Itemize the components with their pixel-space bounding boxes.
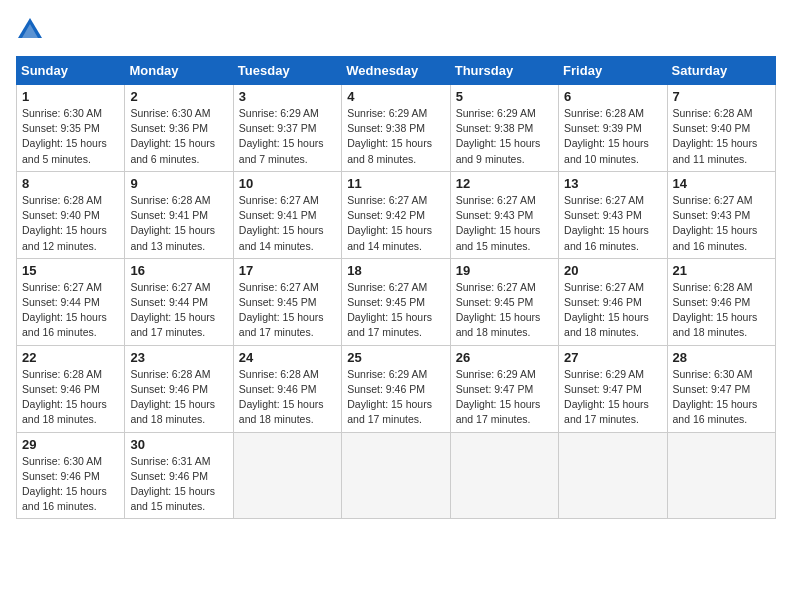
day-number: 24	[239, 350, 336, 365]
day-info: Sunrise: 6:29 AM Sunset: 9:47 PM Dayligh…	[564, 367, 661, 428]
day-number: 3	[239, 89, 336, 104]
col-header-wednesday: Wednesday	[342, 57, 450, 85]
day-number: 4	[347, 89, 444, 104]
calendar-cell: 10Sunrise: 6:27 AM Sunset: 9:41 PM Dayli…	[233, 171, 341, 258]
day-info: Sunrise: 6:28 AM Sunset: 9:46 PM Dayligh…	[239, 367, 336, 428]
day-number: 16	[130, 263, 227, 278]
calendar-header-row: SundayMondayTuesdayWednesdayThursdayFrid…	[17, 57, 776, 85]
day-info: Sunrise: 6:28 AM Sunset: 9:46 PM Dayligh…	[22, 367, 119, 428]
calendar-cell: 17Sunrise: 6:27 AM Sunset: 9:45 PM Dayli…	[233, 258, 341, 345]
day-number: 29	[22, 437, 119, 452]
calendar-cell: 11Sunrise: 6:27 AM Sunset: 9:42 PM Dayli…	[342, 171, 450, 258]
calendar-week-row: 15Sunrise: 6:27 AM Sunset: 9:44 PM Dayli…	[17, 258, 776, 345]
calendar-cell: 13Sunrise: 6:27 AM Sunset: 9:43 PM Dayli…	[559, 171, 667, 258]
day-info: Sunrise: 6:27 AM Sunset: 9:45 PM Dayligh…	[347, 280, 444, 341]
day-number: 12	[456, 176, 553, 191]
calendar-cell: 21Sunrise: 6:28 AM Sunset: 9:46 PM Dayli…	[667, 258, 775, 345]
col-header-saturday: Saturday	[667, 57, 775, 85]
day-number: 20	[564, 263, 661, 278]
day-info: Sunrise: 6:27 AM Sunset: 9:43 PM Dayligh…	[564, 193, 661, 254]
day-number: 5	[456, 89, 553, 104]
day-info: Sunrise: 6:28 AM Sunset: 9:40 PM Dayligh…	[673, 106, 770, 167]
day-number: 13	[564, 176, 661, 191]
calendar-cell: 8Sunrise: 6:28 AM Sunset: 9:40 PM Daylig…	[17, 171, 125, 258]
day-number: 23	[130, 350, 227, 365]
calendar-cell	[450, 432, 558, 519]
day-info: Sunrise: 6:30 AM Sunset: 9:36 PM Dayligh…	[130, 106, 227, 167]
day-number: 30	[130, 437, 227, 452]
day-number: 8	[22, 176, 119, 191]
col-header-sunday: Sunday	[17, 57, 125, 85]
calendar-cell: 1Sunrise: 6:30 AM Sunset: 9:35 PM Daylig…	[17, 85, 125, 172]
day-number: 1	[22, 89, 119, 104]
day-info: Sunrise: 6:28 AM Sunset: 9:39 PM Dayligh…	[564, 106, 661, 167]
calendar-cell: 14Sunrise: 6:27 AM Sunset: 9:43 PM Dayli…	[667, 171, 775, 258]
page-header	[16, 16, 776, 44]
day-info: Sunrise: 6:29 AM Sunset: 9:37 PM Dayligh…	[239, 106, 336, 167]
calendar-cell: 16Sunrise: 6:27 AM Sunset: 9:44 PM Dayli…	[125, 258, 233, 345]
day-info: Sunrise: 6:28 AM Sunset: 9:46 PM Dayligh…	[673, 280, 770, 341]
day-number: 28	[673, 350, 770, 365]
calendar-cell: 7Sunrise: 6:28 AM Sunset: 9:40 PM Daylig…	[667, 85, 775, 172]
day-info: Sunrise: 6:30 AM Sunset: 9:47 PM Dayligh…	[673, 367, 770, 428]
calendar-cell: 28Sunrise: 6:30 AM Sunset: 9:47 PM Dayli…	[667, 345, 775, 432]
day-info: Sunrise: 6:28 AM Sunset: 9:41 PM Dayligh…	[130, 193, 227, 254]
day-info: Sunrise: 6:30 AM Sunset: 9:46 PM Dayligh…	[22, 454, 119, 515]
calendar-cell: 20Sunrise: 6:27 AM Sunset: 9:46 PM Dayli…	[559, 258, 667, 345]
day-info: Sunrise: 6:27 AM Sunset: 9:44 PM Dayligh…	[22, 280, 119, 341]
calendar-week-row: 8Sunrise: 6:28 AM Sunset: 9:40 PM Daylig…	[17, 171, 776, 258]
calendar-cell: 3Sunrise: 6:29 AM Sunset: 9:37 PM Daylig…	[233, 85, 341, 172]
calendar-cell: 18Sunrise: 6:27 AM Sunset: 9:45 PM Dayli…	[342, 258, 450, 345]
col-header-thursday: Thursday	[450, 57, 558, 85]
calendar-cell	[233, 432, 341, 519]
calendar-week-row: 29Sunrise: 6:30 AM Sunset: 9:46 PM Dayli…	[17, 432, 776, 519]
day-number: 15	[22, 263, 119, 278]
calendar-cell: 26Sunrise: 6:29 AM Sunset: 9:47 PM Dayli…	[450, 345, 558, 432]
col-header-friday: Friday	[559, 57, 667, 85]
day-info: Sunrise: 6:27 AM Sunset: 9:46 PM Dayligh…	[564, 280, 661, 341]
day-number: 10	[239, 176, 336, 191]
calendar-cell: 5Sunrise: 6:29 AM Sunset: 9:38 PM Daylig…	[450, 85, 558, 172]
col-header-monday: Monday	[125, 57, 233, 85]
day-info: Sunrise: 6:29 AM Sunset: 9:47 PM Dayligh…	[456, 367, 553, 428]
calendar-cell: 23Sunrise: 6:28 AM Sunset: 9:46 PM Dayli…	[125, 345, 233, 432]
day-number: 18	[347, 263, 444, 278]
day-number: 6	[564, 89, 661, 104]
day-number: 21	[673, 263, 770, 278]
calendar-table: SundayMondayTuesdayWednesdayThursdayFrid…	[16, 56, 776, 519]
calendar-cell: 9Sunrise: 6:28 AM Sunset: 9:41 PM Daylig…	[125, 171, 233, 258]
day-info: Sunrise: 6:27 AM Sunset: 9:45 PM Dayligh…	[239, 280, 336, 341]
col-header-tuesday: Tuesday	[233, 57, 341, 85]
calendar-cell	[667, 432, 775, 519]
calendar-cell	[559, 432, 667, 519]
calendar-cell: 29Sunrise: 6:30 AM Sunset: 9:46 PM Dayli…	[17, 432, 125, 519]
logo	[16, 16, 46, 44]
calendar-cell: 4Sunrise: 6:29 AM Sunset: 9:38 PM Daylig…	[342, 85, 450, 172]
day-info: Sunrise: 6:29 AM Sunset: 9:38 PM Dayligh…	[347, 106, 444, 167]
day-number: 11	[347, 176, 444, 191]
day-info: Sunrise: 6:29 AM Sunset: 9:38 PM Dayligh…	[456, 106, 553, 167]
day-number: 27	[564, 350, 661, 365]
day-number: 22	[22, 350, 119, 365]
day-info: Sunrise: 6:31 AM Sunset: 9:46 PM Dayligh…	[130, 454, 227, 515]
calendar-cell: 27Sunrise: 6:29 AM Sunset: 9:47 PM Dayli…	[559, 345, 667, 432]
day-info: Sunrise: 6:28 AM Sunset: 9:46 PM Dayligh…	[130, 367, 227, 428]
day-info: Sunrise: 6:27 AM Sunset: 9:45 PM Dayligh…	[456, 280, 553, 341]
day-info: Sunrise: 6:27 AM Sunset: 9:44 PM Dayligh…	[130, 280, 227, 341]
calendar-week-row: 1Sunrise: 6:30 AM Sunset: 9:35 PM Daylig…	[17, 85, 776, 172]
logo-icon	[16, 16, 44, 44]
day-info: Sunrise: 6:27 AM Sunset: 9:43 PM Dayligh…	[456, 193, 553, 254]
calendar-cell: 15Sunrise: 6:27 AM Sunset: 9:44 PM Dayli…	[17, 258, 125, 345]
calendar-cell: 30Sunrise: 6:31 AM Sunset: 9:46 PM Dayli…	[125, 432, 233, 519]
day-number: 19	[456, 263, 553, 278]
calendar-cell	[342, 432, 450, 519]
day-info: Sunrise: 6:27 AM Sunset: 9:42 PM Dayligh…	[347, 193, 444, 254]
day-number: 2	[130, 89, 227, 104]
calendar-cell: 19Sunrise: 6:27 AM Sunset: 9:45 PM Dayli…	[450, 258, 558, 345]
day-number: 25	[347, 350, 444, 365]
calendar-cell: 12Sunrise: 6:27 AM Sunset: 9:43 PM Dayli…	[450, 171, 558, 258]
calendar-cell: 6Sunrise: 6:28 AM Sunset: 9:39 PM Daylig…	[559, 85, 667, 172]
day-number: 7	[673, 89, 770, 104]
day-number: 17	[239, 263, 336, 278]
day-number: 26	[456, 350, 553, 365]
